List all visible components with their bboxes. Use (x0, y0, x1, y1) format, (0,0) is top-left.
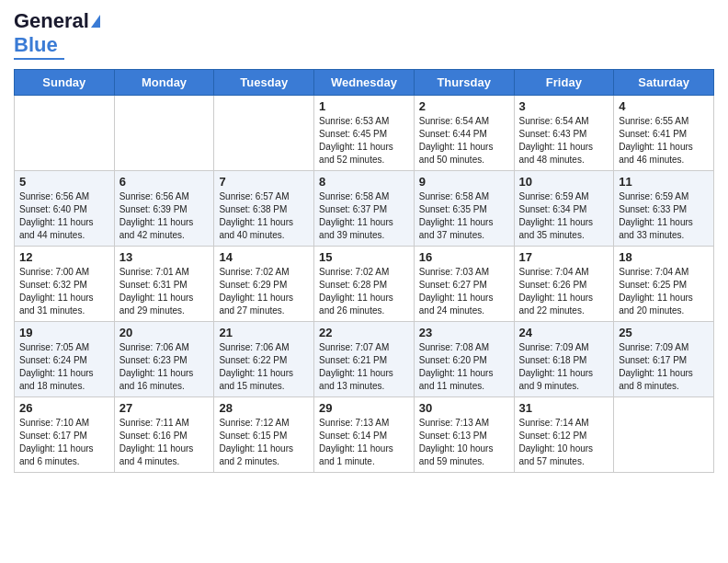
day-number: 31 (519, 401, 609, 415)
logo-general-text: General (14, 9, 89, 33)
cell-sun-info: Sunrise: 7:12 AMSunset: 6:15 PMDaylight:… (219, 417, 309, 468)
col-thursday: Thursday (414, 70, 514, 96)
cell-sun-info: Sunrise: 7:04 AMSunset: 6:25 PMDaylight:… (619, 266, 709, 317)
calendar-week-row: 19Sunrise: 7:05 AMSunset: 6:24 PMDayligh… (15, 322, 714, 397)
calendar-cell: 19Sunrise: 7:05 AMSunset: 6:24 PMDayligh… (15, 322, 115, 397)
logo-underline (14, 58, 64, 60)
calendar-cell: 31Sunrise: 7:14 AMSunset: 6:12 PMDayligh… (514, 397, 614, 473)
calendar-cell: 18Sunrise: 7:04 AMSunset: 6:25 PMDayligh… (614, 247, 714, 322)
page-container: General Blue Sunday Monday Tuesday Wedne… (0, 0, 728, 487)
calendar-cell: 12Sunrise: 7:00 AMSunset: 6:32 PMDayligh… (15, 247, 115, 322)
col-wednesday: Wednesday (314, 70, 415, 96)
calendar-cell: 2Sunrise: 6:54 AMSunset: 6:44 PMDaylight… (414, 96, 514, 171)
cell-sun-info: Sunrise: 6:59 AMSunset: 6:34 PMDaylight:… (519, 190, 609, 242)
calendar-cell: 14Sunrise: 7:02 AMSunset: 6:29 PMDayligh… (214, 247, 314, 322)
day-number: 4 (619, 99, 709, 113)
day-number: 28 (219, 401, 309, 415)
calendar-cell: 4Sunrise: 6:55 AMSunset: 6:41 PMDaylight… (614, 96, 714, 171)
cell-sun-info: Sunrise: 7:01 AMSunset: 6:31 PMDaylight:… (119, 266, 210, 317)
day-number: 24 (519, 326, 609, 339)
day-number: 1 (319, 99, 409, 113)
header-row: Sunday Monday Tuesday Wednesday Thursday… (15, 70, 714, 96)
calendar-cell: 23Sunrise: 7:08 AMSunset: 6:20 PMDayligh… (414, 322, 514, 397)
day-number: 25 (619, 326, 709, 339)
cell-sun-info: Sunrise: 7:09 AMSunset: 6:17 PMDaylight:… (619, 341, 709, 393)
day-number: 11 (619, 175, 709, 189)
cell-sun-info: Sunrise: 7:11 AMSunset: 6:16 PMDaylight:… (119, 417, 210, 468)
day-number: 30 (419, 401, 509, 415)
calendar-cell: 15Sunrise: 7:02 AMSunset: 6:28 PMDayligh… (314, 247, 415, 322)
col-saturday: Saturday (614, 70, 714, 96)
calendar-cell: 8Sunrise: 6:58 AMSunset: 6:37 PMDaylight… (314, 171, 415, 247)
calendar-cell (614, 397, 714, 473)
day-number: 6 (119, 175, 210, 189)
day-number: 7 (219, 175, 309, 189)
day-number: 3 (519, 99, 609, 113)
day-number: 18 (619, 250, 709, 264)
calendar-cell: 1Sunrise: 6:53 AMSunset: 6:45 PMDaylight… (314, 96, 415, 171)
calendar-cell: 26Sunrise: 7:10 AMSunset: 6:17 PMDayligh… (15, 397, 115, 473)
cell-sun-info: Sunrise: 6:59 AMSunset: 6:33 PMDaylight:… (619, 190, 709, 242)
calendar-cell: 5Sunrise: 6:56 AMSunset: 6:40 PMDaylight… (15, 171, 115, 247)
day-number: 16 (419, 250, 509, 264)
calendar-cell: 13Sunrise: 7:01 AMSunset: 6:31 PMDayligh… (114, 247, 214, 322)
calendar-cell: 10Sunrise: 6:59 AMSunset: 6:34 PMDayligh… (514, 171, 614, 247)
calendar-cell: 9Sunrise: 6:58 AMSunset: 6:35 PMDaylight… (414, 171, 514, 247)
col-sunday: Sunday (15, 70, 115, 96)
day-number: 8 (319, 175, 409, 189)
calendar-cell: 28Sunrise: 7:12 AMSunset: 6:15 PMDayligh… (214, 397, 314, 473)
cell-sun-info: Sunrise: 7:00 AMSunset: 6:32 PMDaylight:… (19, 266, 109, 317)
day-number: 19 (19, 326, 109, 339)
calendar-cell: 22Sunrise: 7:07 AMSunset: 6:21 PMDayligh… (314, 322, 415, 397)
calendar-cell: 16Sunrise: 7:03 AMSunset: 6:27 PMDayligh… (414, 247, 514, 322)
cell-sun-info: Sunrise: 6:54 AMSunset: 6:44 PMDaylight:… (419, 115, 509, 167)
day-number: 10 (519, 175, 609, 189)
calendar-cell: 21Sunrise: 7:06 AMSunset: 6:22 PMDayligh… (214, 322, 314, 397)
day-number: 29 (319, 401, 409, 415)
logo-blue-text: Blue (14, 33, 58, 57)
calendar-cell: 29Sunrise: 7:13 AMSunset: 6:14 PMDayligh… (314, 397, 415, 473)
cell-sun-info: Sunrise: 7:09 AMSunset: 6:18 PMDaylight:… (519, 341, 609, 393)
cell-sun-info: Sunrise: 6:56 AMSunset: 6:40 PMDaylight:… (19, 190, 109, 242)
day-number: 12 (19, 250, 109, 264)
cell-sun-info: Sunrise: 6:58 AMSunset: 6:37 PMDaylight:… (319, 190, 409, 242)
calendar-week-row: 12Sunrise: 7:00 AMSunset: 6:32 PMDayligh… (15, 247, 714, 322)
day-number: 13 (119, 250, 210, 264)
calendar-cell: 6Sunrise: 6:56 AMSunset: 6:39 PMDaylight… (114, 171, 214, 247)
cell-sun-info: Sunrise: 7:02 AMSunset: 6:28 PMDaylight:… (319, 266, 409, 317)
cell-sun-info: Sunrise: 6:55 AMSunset: 6:41 PMDaylight:… (619, 115, 709, 167)
calendar-cell: 17Sunrise: 7:04 AMSunset: 6:26 PMDayligh… (514, 247, 614, 322)
day-number: 15 (319, 250, 409, 264)
cell-sun-info: Sunrise: 7:13 AMSunset: 6:14 PMDaylight:… (319, 417, 409, 468)
cell-sun-info: Sunrise: 6:53 AMSunset: 6:45 PMDaylight:… (319, 115, 409, 167)
col-monday: Monday (114, 70, 214, 96)
logo: General Blue (14, 9, 100, 60)
day-number: 22 (319, 326, 409, 339)
day-number: 17 (519, 250, 609, 264)
cell-sun-info: Sunrise: 7:07 AMSunset: 6:21 PMDaylight:… (319, 341, 409, 393)
day-number: 9 (419, 175, 509, 189)
cell-sun-info: Sunrise: 7:04 AMSunset: 6:26 PMDaylight:… (519, 266, 609, 317)
calendar-week-row: 26Sunrise: 7:10 AMSunset: 6:17 PMDayligh… (15, 397, 714, 473)
cell-sun-info: Sunrise: 7:03 AMSunset: 6:27 PMDaylight:… (419, 266, 509, 317)
calendar-cell (214, 96, 314, 171)
day-number: 14 (219, 250, 309, 264)
day-number: 21 (219, 326, 309, 339)
calendar-cell: 24Sunrise: 7:09 AMSunset: 6:18 PMDayligh… (514, 322, 614, 397)
logo-triangle-icon (91, 15, 100, 28)
calendar-cell: 11Sunrise: 6:59 AMSunset: 6:33 PMDayligh… (614, 171, 714, 247)
cell-sun-info: Sunrise: 7:05 AMSunset: 6:24 PMDaylight:… (19, 341, 109, 393)
cell-sun-info: Sunrise: 7:14 AMSunset: 6:12 PMDaylight:… (519, 417, 609, 468)
day-number: 20 (119, 326, 210, 339)
cell-sun-info: Sunrise: 7:06 AMSunset: 6:23 PMDaylight:… (119, 341, 210, 393)
cell-sun-info: Sunrise: 6:54 AMSunset: 6:43 PMDaylight:… (519, 115, 609, 167)
cell-sun-info: Sunrise: 6:57 AMSunset: 6:38 PMDaylight:… (219, 190, 309, 242)
calendar-week-row: 5Sunrise: 6:56 AMSunset: 6:40 PMDaylight… (15, 171, 714, 247)
day-number: 2 (419, 99, 509, 113)
day-number: 5 (19, 175, 109, 189)
calendar-cell: 25Sunrise: 7:09 AMSunset: 6:17 PMDayligh… (614, 322, 714, 397)
cell-sun-info: Sunrise: 7:10 AMSunset: 6:17 PMDaylight:… (19, 417, 109, 468)
calendar-cell: 27Sunrise: 7:11 AMSunset: 6:16 PMDayligh… (114, 397, 214, 473)
cell-sun-info: Sunrise: 7:13 AMSunset: 6:13 PMDaylight:… (419, 417, 509, 468)
calendar-cell: 3Sunrise: 6:54 AMSunset: 6:43 PMDaylight… (514, 96, 614, 171)
